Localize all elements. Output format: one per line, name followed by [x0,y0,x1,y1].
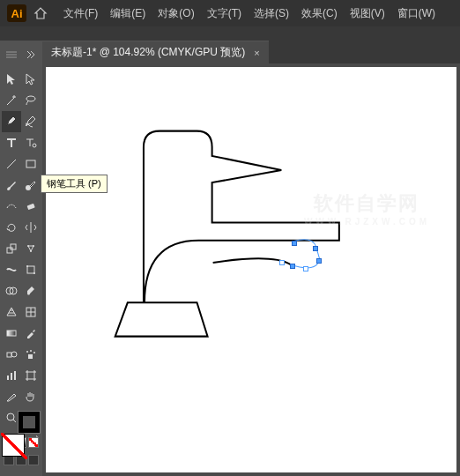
touch-type-tool-icon[interactable] [21,132,41,153]
line-tool-icon[interactable] [2,153,21,175]
direction-handle[interactable] [303,266,308,271]
svg-rect-17 [7,331,16,336]
menu-edit[interactable]: 编辑(E) [105,3,151,25]
shaper-tool-icon[interactable] [2,196,21,217]
menu-effect[interactable]: 效果(C) [296,3,343,25]
watermark: 软件自学网 WWW.RJZXW.COM [304,190,430,227]
toolbar-grip[interactable] [2,44,21,65]
anchor-handle[interactable] [290,264,295,269]
gradient-tool-icon[interactable] [2,323,21,344]
artwork-drawing [46,67,456,476]
document-tab[interactable]: 未标题-1* @ 104.92% (CMYK/GPU 预览) × [42,41,269,63]
menu-window[interactable]: 窗口(W) [392,3,441,25]
svg-rect-27 [27,372,34,379]
svg-point-21 [26,351,28,353]
svg-rect-3 [26,160,35,167]
puppet-tool-icon[interactable] [21,238,41,259]
menu-object[interactable]: 对象(O) [152,3,199,25]
rectangle-tool-icon[interactable] [21,153,41,175]
slice-tool-icon[interactable] [2,386,21,407]
title-bar: Ai 文件(F) 编辑(E) 对象(O) 文字(T) 选择(S) 效果(C) 视… [0,0,460,26]
blend-tool-icon[interactable] [2,344,21,365]
mesh-tool-icon[interactable] [21,301,41,323]
eraser-tool-icon[interactable] [21,196,41,217]
eyedropper-tool-icon[interactable] [21,323,41,344]
curvature-tool-icon[interactable] [21,111,41,132]
edit-toolbar-icon[interactable] [21,471,41,476]
rotate-tool-icon[interactable] [2,217,21,238]
perspective-tool-icon[interactable] [2,301,21,323]
svg-rect-20 [28,354,33,359]
svg-rect-5 [27,204,35,210]
svg-line-29 [13,420,16,422]
svg-point-1 [33,144,36,147]
svg-point-23 [33,352,35,353]
symbol-sprayer-tool-icon[interactable] [21,344,41,365]
anchor-handle[interactable] [313,246,318,251]
stroke-swatch[interactable] [18,411,41,434]
brush-tool-icon[interactable] [2,175,21,196]
svg-point-13 [33,272,35,274]
free-transform-tool-icon[interactable] [21,259,41,280]
svg-rect-7 [11,244,16,249]
reflect-tool-icon[interactable] [21,217,41,238]
type-tool-icon[interactable] [2,132,21,153]
direct-selection-tool-icon[interactable] [21,69,41,90]
toolbar: ⇄ 钢笔工具 (P) [0,41,42,476]
collapse-icon[interactable] [21,44,41,65]
lasso-tool-icon[interactable] [21,90,41,111]
menu-type[interactable]: 文字(T) [202,3,247,25]
svg-rect-18 [7,353,11,357]
shape-builder-tool-icon[interactable] [2,280,21,301]
graph-tool-icon[interactable] [2,365,21,386]
artboard-tool-icon[interactable] [21,365,41,386]
home-icon[interactable] [33,6,48,20]
draw-mode-inside[interactable] [28,455,39,465]
svg-rect-6 [7,248,12,253]
svg-line-2 [7,160,16,168]
menu-view[interactable]: 视图(V) [345,3,390,25]
anchor-handle[interactable] [292,241,297,246]
live-paint-tool-icon[interactable] [21,280,41,301]
selection-tool-icon[interactable] [2,69,21,90]
tab-close-icon[interactable]: × [254,48,259,58]
magic-wand-tool-icon[interactable] [2,90,21,111]
canvas-viewport[interactable]: 软件自学网 WWW.RJZXW.COM [42,63,460,476]
tab-bar: 未标题-1* @ 104.92% (CMYK/GPU 预览) × [42,41,460,63]
hand-tool-icon[interactable] [21,386,41,407]
width-tool-icon[interactable] [2,259,21,280]
color-mode-none[interactable] [28,437,39,448]
direction-handle[interactable] [279,260,285,265]
blob-brush-tool-icon[interactable] [21,175,41,196]
artboard[interactable]: 软件自学网 WWW.RJZXW.COM [46,67,456,472]
svg-rect-11 [27,266,34,273]
svg-point-12 [26,265,28,267]
anchor-handle[interactable] [316,258,322,264]
scale-tool-icon[interactable] [2,238,21,259]
svg-point-19 [11,352,17,357]
control-bar [0,26,460,41]
pen-tool-tooltip: 钢笔工具 (P) [41,175,108,193]
screen-mode-icon[interactable] [2,471,21,476]
fill-swatch[interactable] [2,434,25,457]
svg-rect-24 [7,376,9,380]
document-area: 未标题-1* @ 104.92% (CMYK/GPU 预览) × [42,41,460,476]
app-logo: Ai [7,4,26,22]
svg-point-22 [30,350,32,352]
menu-file[interactable]: 文件(F) [58,3,103,25]
menu-select[interactable]: 选择(S) [249,3,294,25]
svg-rect-26 [14,371,16,380]
svg-point-28 [7,413,14,420]
pen-tool-icon[interactable] [2,111,21,132]
document-tab-title: 未标题-1* @ 104.92% (CMYK/GPU 预览) [51,45,245,60]
svg-rect-25 [11,373,12,380]
main-menu: 文件(F) 编辑(E) 对象(O) 文字(T) 选择(S) 效果(C) 视图(V… [58,3,441,25]
workspace: ⇄ 钢笔工具 (P) 未标题-1* @ 104.92% (CMYK/GPU 预览… [0,41,460,476]
